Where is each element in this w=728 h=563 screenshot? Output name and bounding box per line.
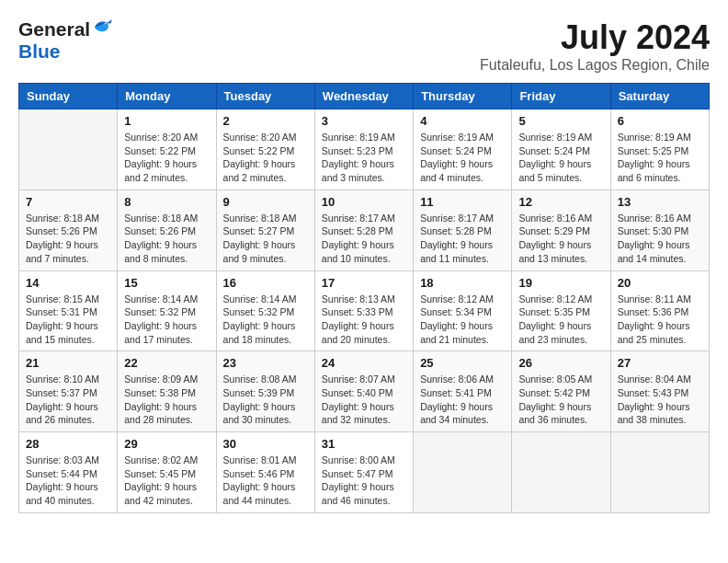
day-number: 21 (26, 356, 110, 370)
cell-info: Sunrise: 8:16 AMSunset: 5:29 PMDaylight:… (518, 212, 603, 266)
day-number: 2 (223, 114, 308, 128)
calendar-cell: 2 Sunrise: 8:20 AMSunset: 5:22 PMDayligh… (216, 109, 314, 190)
day-number: 3 (322, 114, 406, 128)
day-number: 10 (322, 195, 406, 209)
title-section: July 2024 Futaleufu, Los Lagos Region, C… (480, 18, 710, 74)
calendar-cell: 15 Sunrise: 8:14 AMSunset: 5:32 PMDaylig… (118, 270, 216, 351)
day-number: 23 (223, 356, 308, 370)
day-number: 14 (26, 276, 110, 290)
logo: General Blue (18, 18, 113, 63)
cell-info: Sunrise: 8:19 AMSunset: 5:23 PMDaylight:… (322, 131, 406, 185)
day-number: 13 (618, 195, 702, 209)
day-number: 24 (322, 356, 406, 370)
calendar-cell: 30 Sunrise: 8:01 AMSunset: 5:46 PMDaylig… (216, 432, 314, 513)
cell-info: Sunrise: 8:16 AMSunset: 5:30 PMDaylight:… (618, 212, 702, 266)
cell-info: Sunrise: 8:20 AMSunset: 5:22 PMDaylight:… (223, 131, 308, 185)
calendar-cell: 23 Sunrise: 8:08 AMSunset: 5:39 PMDaylig… (216, 351, 314, 432)
day-number: 18 (420, 276, 505, 290)
day-number: 11 (420, 195, 505, 209)
calendar-cell: 7 Sunrise: 8:18 AMSunset: 5:26 PMDayligh… (19, 190, 118, 270)
day-number: 25 (420, 356, 505, 370)
calendar-week-2: 7 Sunrise: 8:18 AMSunset: 5:26 PMDayligh… (19, 190, 710, 270)
header-friday: Friday (512, 84, 610, 109)
calendar-cell: 18 Sunrise: 8:12 AMSunset: 5:34 PMDaylig… (414, 270, 512, 351)
calendar-cell: 25 Sunrise: 8:06 AMSunset: 5:41 PMDaylig… (414, 351, 512, 432)
calendar-cell: 6 Sunrise: 8:19 AMSunset: 5:25 PMDayligh… (610, 109, 709, 190)
day-number: 29 (124, 437, 209, 451)
calendar-week-3: 14 Sunrise: 8:15 AMSunset: 5:31 PMDaylig… (19, 270, 710, 351)
calendar-cell: 31 Sunrise: 8:00 AMSunset: 5:47 PMDaylig… (314, 432, 413, 513)
calendar-week-4: 21 Sunrise: 8:10 AMSunset: 5:37 PMDaylig… (19, 351, 710, 432)
cell-info: Sunrise: 8:03 AMSunset: 5:44 PMDaylight:… (26, 454, 110, 508)
header-wednesday: Wednesday (314, 84, 413, 109)
calendar-cell: 19 Sunrise: 8:12 AMSunset: 5:35 PMDaylig… (512, 270, 610, 351)
calendar-cell: 14 Sunrise: 8:15 AMSunset: 5:31 PMDaylig… (19, 270, 118, 351)
logo-blue: Blue (18, 40, 61, 62)
calendar-cell: 3 Sunrise: 8:19 AMSunset: 5:23 PMDayligh… (314, 109, 413, 190)
header-thursday: Thursday (414, 84, 512, 109)
cell-info: Sunrise: 8:01 AMSunset: 5:46 PMDaylight:… (223, 454, 308, 508)
page-header: General Blue July 2024 Futaleufu, Los La… (18, 18, 710, 74)
calendar-cell: 28 Sunrise: 8:03 AMSunset: 5:44 PMDaylig… (19, 432, 118, 513)
cell-info: Sunrise: 8:13 AMSunset: 5:33 PMDaylight:… (322, 293, 406, 347)
header-tuesday: Tuesday (216, 84, 314, 109)
calendar-cell: 12 Sunrise: 8:16 AMSunset: 5:29 PMDaylig… (512, 190, 610, 270)
day-number: 28 (26, 437, 110, 451)
cell-info: Sunrise: 8:14 AMSunset: 5:32 PMDaylight:… (124, 293, 209, 347)
cell-info: Sunrise: 8:20 AMSunset: 5:22 PMDaylight:… (124, 131, 209, 185)
cell-info: Sunrise: 8:00 AMSunset: 5:47 PMDaylight:… (322, 454, 406, 508)
day-number: 9 (223, 195, 308, 209)
day-number: 20 (618, 276, 702, 290)
cell-info: Sunrise: 8:14 AMSunset: 5:32 PMDaylight:… (223, 293, 308, 347)
calendar-week-5: 28 Sunrise: 8:03 AMSunset: 5:44 PMDaylig… (19, 432, 710, 513)
cell-info: Sunrise: 8:10 AMSunset: 5:37 PMDaylight:… (26, 373, 110, 427)
day-number: 8 (124, 195, 209, 209)
month-year-title: July 2024 (480, 18, 710, 57)
calendar-cell: 17 Sunrise: 8:13 AMSunset: 5:33 PMDaylig… (314, 270, 413, 351)
calendar-cell: 27 Sunrise: 8:04 AMSunset: 5:43 PMDaylig… (610, 351, 709, 432)
day-number: 7 (26, 195, 110, 209)
calendar-table: Sunday Monday Tuesday Wednesday Thursday… (18, 83, 710, 513)
cell-info: Sunrise: 8:06 AMSunset: 5:41 PMDaylight:… (420, 373, 505, 427)
cell-info: Sunrise: 8:09 AMSunset: 5:38 PMDaylight:… (124, 373, 209, 427)
day-number: 27 (618, 356, 702, 370)
cell-info: Sunrise: 8:12 AMSunset: 5:34 PMDaylight:… (420, 293, 505, 347)
day-number: 12 (518, 195, 603, 209)
calendar-cell (610, 432, 709, 513)
calendar-cell: 16 Sunrise: 8:14 AMSunset: 5:32 PMDaylig… (216, 270, 314, 351)
day-number: 4 (420, 114, 505, 128)
cell-info: Sunrise: 8:05 AMSunset: 5:42 PMDaylight:… (518, 373, 603, 427)
calendar-cell: 11 Sunrise: 8:17 AMSunset: 5:28 PMDaylig… (414, 190, 512, 270)
calendar-cell (19, 109, 118, 190)
cell-info: Sunrise: 8:18 AMSunset: 5:26 PMDaylight:… (124, 212, 209, 266)
calendar-cell (414, 432, 512, 513)
calendar-cell: 1 Sunrise: 8:20 AMSunset: 5:22 PMDayligh… (118, 109, 216, 190)
cell-info: Sunrise: 8:19 AMSunset: 5:24 PMDaylight:… (420, 131, 505, 185)
day-number: 22 (124, 356, 209, 370)
day-number: 26 (518, 356, 603, 370)
calendar-cell: 21 Sunrise: 8:10 AMSunset: 5:37 PMDaylig… (19, 351, 118, 432)
cell-info: Sunrise: 8:08 AMSunset: 5:39 PMDaylight:… (223, 373, 308, 427)
day-number: 5 (518, 114, 603, 128)
calendar-cell: 5 Sunrise: 8:19 AMSunset: 5:24 PMDayligh… (512, 109, 610, 190)
header-sunday: Sunday (19, 84, 118, 109)
calendar-cell: 10 Sunrise: 8:17 AMSunset: 5:28 PMDaylig… (314, 190, 413, 270)
calendar-cell: 8 Sunrise: 8:18 AMSunset: 5:26 PMDayligh… (118, 190, 216, 270)
cell-info: Sunrise: 8:18 AMSunset: 5:27 PMDaylight:… (223, 212, 308, 266)
calendar-cell: 26 Sunrise: 8:05 AMSunset: 5:42 PMDaylig… (512, 351, 610, 432)
day-number: 30 (223, 437, 308, 451)
location-subtitle: Futaleufu, Los Lagos Region, Chile (480, 57, 710, 74)
day-number: 1 (124, 114, 209, 128)
cell-info: Sunrise: 8:02 AMSunset: 5:45 PMDaylight:… (124, 454, 209, 508)
day-number: 17 (322, 276, 406, 290)
logo-general: General (18, 18, 90, 40)
header-monday: Monday (118, 84, 216, 109)
day-number: 31 (322, 437, 406, 451)
calendar-header-row: Sunday Monday Tuesday Wednesday Thursday… (19, 84, 710, 109)
cell-info: Sunrise: 8:19 AMSunset: 5:25 PMDaylight:… (618, 131, 702, 185)
calendar-cell: 29 Sunrise: 8:02 AMSunset: 5:45 PMDaylig… (118, 432, 216, 513)
calendar-cell (512, 432, 610, 513)
day-number: 19 (518, 276, 603, 290)
calendar-cell: 13 Sunrise: 8:16 AMSunset: 5:30 PMDaylig… (610, 190, 709, 270)
day-number: 16 (223, 276, 308, 290)
